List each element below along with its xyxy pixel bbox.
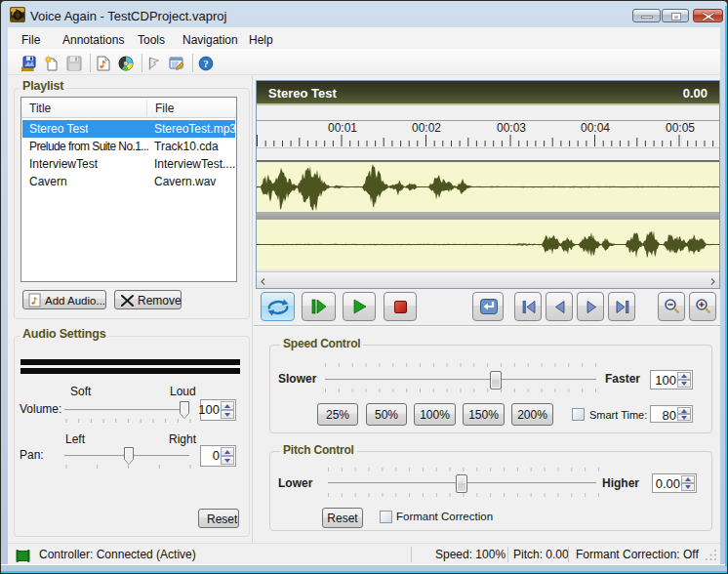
svg-text:?: ? xyxy=(203,58,209,69)
